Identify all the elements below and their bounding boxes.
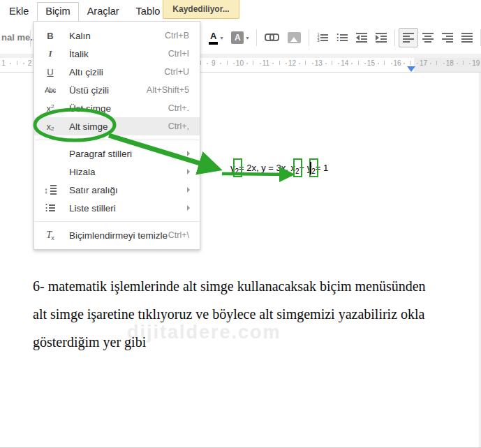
submenu-arrow-icon: [187, 151, 190, 156]
saving-toast: Kaydediliyor...: [163, 0, 239, 19]
justify-icon: [461, 31, 473, 43]
align-right-button[interactable]: [438, 28, 457, 47]
format-menu-list: KalınCtrl+BİtalikCtrl+IAltı çiziliCtrl+U…: [34, 27, 200, 244]
increase-indent-icon: [376, 31, 387, 43]
align-left-button[interactable]: [399, 28, 418, 47]
bulleted-list-icon: [336, 33, 347, 42]
format-menu: KalınCtrl+BİtalikCtrl+IAltı çiziliCtrl+U…: [34, 21, 200, 250]
text-color-button[interactable]: ▾: [205, 28, 227, 47]
menu-item-hizala[interactable]: Hizala: [34, 163, 200, 181]
ruler-indent-marker-icon[interactable]: [407, 66, 415, 72]
superscript-icon: [41, 103, 59, 114]
menu-ekle[interactable]: Ekle: [1, 3, 37, 20]
increase-indent-button[interactable]: [371, 28, 391, 47]
decrease-indent-icon: [356, 31, 367, 43]
toolbar-divider: [256, 29, 257, 46]
numbered-list-button[interactable]: [313, 28, 332, 47]
menu-separator: [35, 221, 199, 222]
decrease-indent-button[interactable]: [352, 28, 371, 47]
align-right-icon: [442, 31, 453, 43]
dropdown-arrow-icon[interactable]: ▾: [246, 35, 249, 41]
app-root: { "menubar": { "items": [ {"label": "Ekl…: [0, 0, 481, 448]
style-dropdown-truncated[interactable]: nal me...: [1, 32, 38, 43]
list-styles-icon: [41, 203, 59, 212]
toolbar-divider: [30, 30, 31, 47]
menu-item-bi-imlendirmeyi-temizle[interactable]: Biçimlendirmeyi temizleCtrl+\: [34, 226, 200, 244]
paragraph-line: 6- matematik işlemlerinde alt simge kull…: [33, 272, 473, 300]
numbered-list-icon: [317, 33, 328, 42]
bold-icon: [41, 31, 59, 41]
menu-item-kal-n[interactable]: KalınCtrl+B: [34, 27, 200, 45]
submenu-arrow-icon: [187, 187, 190, 193]
insert-link-icon: [265, 33, 279, 43]
subscript-icon: [41, 121, 59, 132]
strikethrough-icon: [41, 87, 59, 94]
paragraph-line: alt simge işaretine tıklıyoruz ve böylec…: [33, 300, 473, 328]
toolbar-icons: ▾▾: [205, 28, 481, 47]
menu-item-i-talik[interactable]: İtalikCtrl+I: [34, 45, 200, 63]
insert-image-icon: [288, 32, 301, 43]
insert-image-button[interactable]: [283, 28, 305, 47]
menu-item-alt-izili[interactable]: Altı çiziliCtrl+U: [34, 63, 200, 81]
toolbar-divider: [309, 29, 309, 46]
menu-separator: [35, 140, 199, 140]
text-color-icon: [209, 31, 218, 45]
menu-item-sat-r-aral[interactable]: Satır aralığı: [34, 181, 200, 199]
align-center-button[interactable]: [418, 28, 438, 47]
menu-item-paragraf-stilleri[interactable]: Paragraf stilleri: [34, 144, 200, 163]
dropdown-arrow-icon[interactable]: ▾: [220, 35, 223, 41]
menubar: EkleBiçimAraçlarTabloYard: [0, 0, 481, 21]
bulleted-list-button[interactable]: [332, 28, 351, 47]
menu-ara-lar[interactable]: Araçlar: [79, 3, 128, 20]
align-left-icon: [403, 31, 414, 43]
menu-item-st-izili[interactable]: Üstü çiziliAlt+Shift+5: [34, 81, 200, 99]
subscript-boxed[interactable]: 2: [235, 165, 239, 177]
paragraph: 6- matematik işlemlerinde alt simge kull…: [33, 272, 473, 356]
submenu-arrow-icon: [187, 205, 190, 211]
insert-link-button[interactable]: [260, 28, 283, 47]
toolbar-divider: [394, 29, 395, 46]
menu-bi-im[interactable]: Biçim: [37, 2, 78, 21]
formula-text: y2= 2x, y = 3x, x2+ y2= 1: [230, 163, 328, 177]
paragraph-line: gösterdiğim yer gibi: [33, 328, 473, 356]
text-cursor: [310, 162, 311, 174]
italic-icon: [41, 48, 59, 59]
menu-item-alt-simge[interactable]: Alt simgeCtrl+,: [34, 117, 200, 135]
underline-icon: [41, 67, 59, 77]
subscript-boxed[interactable]: 2: [295, 165, 299, 177]
clear-formatting-icon: [41, 229, 59, 241]
submenu-arrow-icon: [187, 169, 190, 174]
menu-item-st-simge[interactable]: Üst simgeCtrl+.: [34, 99, 200, 117]
highlight-color-button[interactable]: ▾: [227, 28, 253, 47]
justify-button[interactable]: [457, 28, 477, 47]
highlight-color-icon: [231, 31, 244, 44]
line-spacing-icon: [41, 184, 59, 195]
menu-item-liste-stilleri[interactable]: Liste stilleri: [34, 199, 200, 217]
align-center-icon: [422, 31, 434, 43]
subscript-boxed[interactable]: 2: [311, 165, 316, 177]
